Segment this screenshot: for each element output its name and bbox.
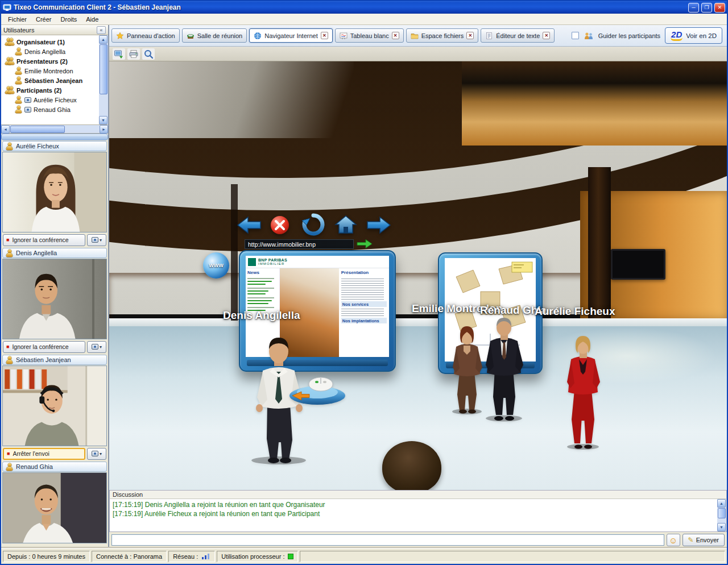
tree-group-label: Organisateur (1) bbox=[16, 39, 65, 45]
tree-group-organisateur[interactable]: Organisateur (1) bbox=[2, 37, 98, 47]
menu-fichier[interactable]: Fichier bbox=[3, 15, 31, 24]
3d-viewport[interactable]: WWW http://www.immobilier.bnp BNP PARIBA… bbox=[109, 61, 727, 490]
tab-close-icon[interactable]: ✕ bbox=[543, 32, 550, 39]
capture-screen-button[interactable] bbox=[113, 48, 125, 60]
stop-sending-button[interactable]: ■ Arrêter l'envoi bbox=[3, 448, 85, 460]
scroll-right-arrow[interactable]: ► bbox=[100, 125, 108, 134]
minimize-button[interactable]: ─ bbox=[688, 3, 699, 13]
browser-forward-button[interactable] bbox=[366, 216, 391, 234]
viewport-toolbar bbox=[109, 47, 727, 61]
browser-refresh-button[interactable] bbox=[301, 213, 325, 236]
chat-scrollbar[interactable]: ▲ ▼ bbox=[717, 499, 726, 531]
menu-aide[interactable]: Aide bbox=[81, 15, 103, 24]
video-user-name: Aurélie Ficheux bbox=[16, 143, 59, 149]
browser-home-button[interactable] bbox=[334, 215, 357, 234]
video-controls-sebastien: ■ Arrêter l'envoi ▾ bbox=[1, 446, 108, 461]
tree-user-renaud[interactable]: Renaud Ghia bbox=[2, 105, 98, 114]
avatar-renaud[interactable] bbox=[480, 310, 528, 422]
zoom-button[interactable] bbox=[142, 48, 155, 60]
tab-panneau-action[interactable]: Panneau d'action bbox=[111, 28, 180, 43]
chat-title: Discussion bbox=[109, 490, 727, 499]
video-header-renaud[interactable]: Renaud Ghia bbox=[2, 462, 107, 472]
sidebar-collapse-button[interactable]: « bbox=[97, 26, 106, 34]
video-image bbox=[3, 366, 106, 446]
scroll-thumb[interactable] bbox=[100, 44, 107, 94]
video-feed-renaud bbox=[2, 472, 107, 543]
restore-button[interactable]: ❐ bbox=[701, 3, 712, 13]
group-icon bbox=[5, 57, 14, 65]
tree-user-aurelie[interactable]: Aurélie Ficheux bbox=[2, 95, 98, 105]
text-column: Présentation Nos services Nos implantati… bbox=[339, 268, 389, 357]
scroll-down-arrow[interactable]: ▼ bbox=[717, 523, 726, 531]
tree-user-emilie[interactable]: Emilie Montredon bbox=[2, 66, 98, 76]
camera-menu-button[interactable]: ▾ bbox=[87, 234, 106, 246]
user-icon bbox=[6, 250, 13, 257]
tab-espace-fichiers[interactable]: Espace fichiers ✕ bbox=[406, 28, 479, 43]
tabbar: Panneau d'action Salle de réunion Naviga… bbox=[109, 25, 727, 47]
titlebar: Tixeo Communication Client 2 - Sébastien… bbox=[1, 1, 727, 14]
ignore-conference-label: Ignorer la conférence bbox=[12, 343, 68, 350]
camera-icon bbox=[92, 451, 98, 456]
sidebar-splitter[interactable] bbox=[1, 134, 108, 140]
tab-label: Tableau blanc bbox=[350, 32, 389, 39]
scroll-thumb[interactable] bbox=[718, 508, 726, 518]
tab-editeur-texte[interactable]: Éditeur de texte ✕ bbox=[481, 28, 555, 43]
scroll-thumb[interactable] bbox=[10, 126, 65, 133]
scroll-down-arrow[interactable]: ▼ bbox=[99, 116, 107, 124]
status-duration: Depuis : 0 heures 9 minutes bbox=[3, 551, 90, 562]
avatar-aurelie[interactable] bbox=[562, 326, 604, 450]
menu-droits[interactable]: Droits bbox=[56, 15, 82, 24]
tree-group-presentateurs[interactable]: Présentateurs (2) bbox=[2, 56, 98, 66]
dropdown-arrow-icon: ▾ bbox=[100, 238, 102, 243]
tab-close-icon[interactable]: ✕ bbox=[321, 32, 328, 39]
tab-close-icon[interactable]: ✕ bbox=[392, 32, 399, 39]
url-go-arrow[interactable] bbox=[356, 239, 373, 249]
browser-back-button[interactable] bbox=[237, 216, 262, 234]
dropdown-arrow-icon: ▾ bbox=[100, 344, 102, 350]
view-2d-button[interactable]: 2D Voir en 2D bbox=[665, 27, 722, 44]
tab-tableau-blanc[interactable]: Tableau blanc ✕ bbox=[335, 28, 404, 43]
emoticon-button[interactable]: ☺ bbox=[667, 534, 680, 546]
chat-input[interactable] bbox=[111, 534, 664, 546]
ignore-conference-button[interactable]: ■ Ignorer la conférence bbox=[3, 234, 85, 246]
tree-user-denis[interactable]: Denis Angilella bbox=[2, 47, 98, 56]
tab-salle-reunion[interactable]: Salle de réunion bbox=[182, 28, 247, 43]
chat-message: [17:15:19] Aurélie Ficheux a rejoint la … bbox=[113, 509, 715, 518]
user-icon bbox=[6, 143, 13, 150]
scroll-up-arrow[interactable]: ▲ bbox=[99, 35, 107, 44]
camera-menu-button[interactable]: ▾ bbox=[87, 448, 106, 460]
tree-group-label: Participants (2) bbox=[16, 87, 61, 94]
tab-close-icon[interactable]: ✕ bbox=[466, 32, 474, 39]
tree-vertical-scrollbar[interactable]: ▲ ▼ bbox=[99, 35, 108, 124]
tab-navigateur-internet[interactable]: Navigateur Internet ✕ bbox=[249, 28, 333, 43]
camera-menu-button[interactable]: ▾ bbox=[87, 341, 106, 353]
browser-close-button[interactable] bbox=[270, 215, 290, 235]
mouse-pointer-object[interactable] bbox=[288, 368, 347, 407]
dropdown-arrow-icon: ▾ bbox=[100, 451, 102, 456]
video-header-aurelie[interactable]: Aurélie Ficheux bbox=[2, 141, 107, 151]
ignore-conference-button[interactable]: ■ Ignorer la conférence bbox=[3, 341, 85, 353]
tree-user-sebastien[interactable]: Sébastien Jeanjean bbox=[2, 76, 98, 85]
video-header-denis[interactable]: Denis Angilella bbox=[2, 248, 107, 258]
tab-label: Éditeur de texte bbox=[496, 32, 540, 39]
statusbar: Depuis : 0 heures 9 minutes Connecté à :… bbox=[1, 548, 727, 564]
user-icon bbox=[6, 356, 13, 364]
guide-checkbox[interactable] bbox=[572, 32, 579, 39]
tab-label: Salle de réunion bbox=[197, 32, 243, 39]
scroll-left-arrow[interactable]: ◄ bbox=[1, 125, 10, 134]
stop-sending-label: Arrêter l'envoi bbox=[13, 450, 49, 457]
send-button[interactable]: ✎ Envoyer bbox=[682, 534, 725, 546]
scroll-up-arrow[interactable]: ▲ bbox=[717, 499, 726, 508]
web-globe-icon[interactable]: WWW bbox=[203, 252, 229, 279]
close-button[interactable]: ✕ bbox=[714, 3, 725, 13]
menu-creer[interactable]: Créer bbox=[31, 15, 56, 24]
tabbar-right-controls: Guider les participants 2D Voir en 2D bbox=[572, 27, 725, 44]
implantations-heading: Nos implantations bbox=[341, 318, 387, 323]
video-header-sebastien[interactable]: Sébastien Jeanjean bbox=[2, 355, 107, 365]
video-image bbox=[3, 259, 106, 339]
tree-group-participants[interactable]: Participants (2) bbox=[2, 85, 98, 95]
scene-pillar bbox=[588, 167, 611, 322]
print-button[interactable] bbox=[127, 48, 140, 60]
url-bar[interactable]: http://www.immobilier.bnp bbox=[245, 239, 354, 249]
tree-horizontal-scrollbar[interactable]: ◄ ► bbox=[1, 125, 108, 134]
